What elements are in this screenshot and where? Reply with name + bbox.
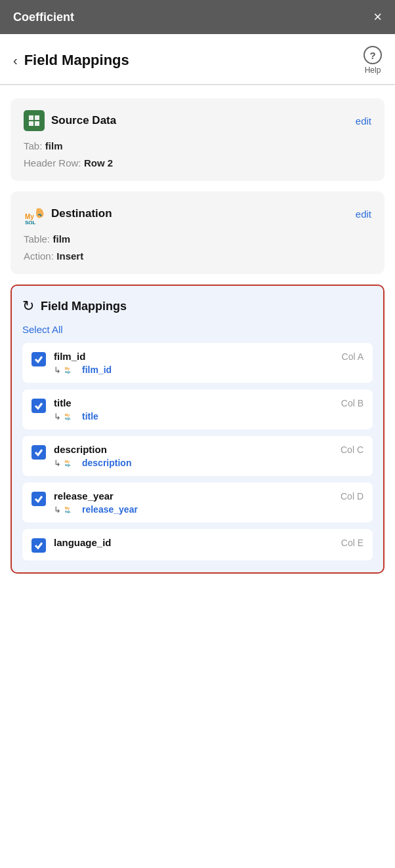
destination-card-title: Destination bbox=[51, 207, 112, 220]
checkbox-film-id[interactable] bbox=[31, 352, 46, 366]
destination-action-row: Action: Insert bbox=[24, 250, 371, 262]
destination-action-label: Action: bbox=[24, 250, 54, 262]
mapping-content-film-id: film_id Col A ↳ My SQL film_id bbox=[54, 351, 364, 375]
checkbox-language-id[interactable] bbox=[31, 538, 46, 553]
close-button[interactable]: × bbox=[373, 10, 382, 24]
source-card-title: Source Data bbox=[51, 114, 116, 127]
destination-table-row: Table: film bbox=[24, 233, 371, 245]
mapping-content-language-id: language_id Col E bbox=[54, 537, 364, 548]
destination-table-value: film bbox=[52, 233, 70, 245]
mapping-content-description: description Col C ↳ My SQL description bbox=[54, 444, 364, 468]
source-header-row: Header Row: Row 2 bbox=[24, 157, 371, 169]
field-mappings-card: ↻ Field Mappings Select All film_id Col … bbox=[10, 285, 385, 574]
field-name-release-year: release_year bbox=[54, 490, 114, 502]
svg-text:SQL: SQL bbox=[65, 510, 71, 513]
destination-action-value: Insert bbox=[56, 250, 83, 262]
mysql-icon: My SQL bbox=[24, 203, 45, 224]
arrow-icon: ↳ bbox=[54, 412, 61, 422]
source-tab-row: Tab: film bbox=[24, 140, 371, 152]
app-title: Coefficient bbox=[13, 10, 74, 24]
svg-text:My: My bbox=[65, 460, 70, 464]
table-row: title Col B ↳ My SQL title bbox=[22, 389, 373, 429]
source-tab-value: film bbox=[45, 140, 63, 151]
source-icon bbox=[24, 110, 45, 131]
mapping-content-release-year: release_year Col D ↳ My SQL release_year bbox=[54, 490, 364, 515]
field-name-description: description bbox=[54, 444, 107, 455]
arrow-icon: ↳ bbox=[54, 458, 61, 468]
page-header-left: ‹ Field Mappings bbox=[13, 52, 129, 69]
svg-rect-3 bbox=[35, 121, 39, 126]
source-edit-link[interactable]: edit bbox=[356, 115, 371, 127]
table-row: description Col C ↳ My SQL description bbox=[22, 436, 373, 476]
destination-table-label: Table: bbox=[24, 233, 50, 245]
help-button[interactable]: ? Help bbox=[364, 46, 382, 75]
destination-card: My SQL Destination edit Table: film Acti… bbox=[10, 191, 385, 274]
svg-text:My: My bbox=[65, 413, 70, 417]
mysql-dest-icon: My SQL bbox=[65, 505, 78, 514]
svg-rect-1 bbox=[35, 115, 39, 120]
field-mappings-title: Field Mappings bbox=[41, 300, 127, 313]
destination-edit-link[interactable]: edit bbox=[356, 208, 371, 220]
svg-text:My: My bbox=[65, 506, 70, 510]
svg-text:SQL: SQL bbox=[25, 220, 36, 224]
field-mappings-header: ↻ Field Mappings bbox=[22, 298, 373, 315]
sync-icon: ↻ bbox=[22, 298, 34, 315]
checkbox-release-year[interactable] bbox=[31, 492, 46, 506]
source-card-header: Source Data edit bbox=[24, 110, 371, 131]
svg-text:SQL: SQL bbox=[65, 417, 71, 420]
mysql-dest-icon: My SQL bbox=[65, 412, 78, 421]
help-icon: ? bbox=[364, 46, 382, 64]
mysql-dest-icon: My SQL bbox=[65, 458, 78, 467]
checkbox-title[interactable] bbox=[31, 399, 46, 413]
dest-name-description: description bbox=[82, 458, 131, 468]
svg-text:SQL: SQL bbox=[65, 370, 71, 374]
field-name-film-id: film_id bbox=[54, 351, 85, 362]
svg-rect-2 bbox=[29, 121, 33, 126]
back-button[interactable]: ‹ bbox=[13, 53, 18, 68]
help-label: Help bbox=[365, 66, 381, 75]
table-row: release_year Col D ↳ My SQL release_year bbox=[22, 483, 373, 523]
source-card-header-left: Source Data bbox=[24, 110, 116, 131]
page-header: ‹ Field Mappings ? Help bbox=[0, 34, 395, 84]
app-header: Coefficient × bbox=[0, 0, 395, 34]
col-language-id: Col E bbox=[341, 538, 364, 548]
source-header-row-value: Row 2 bbox=[84, 157, 113, 168]
field-name-language-id: language_id bbox=[54, 537, 112, 548]
source-header-row-label: Header Row: bbox=[24, 157, 81, 168]
field-name-title: title bbox=[54, 397, 72, 408]
svg-rect-0 bbox=[29, 115, 33, 120]
table-row: film_id Col A ↳ My SQL film_id bbox=[22, 343, 373, 383]
svg-text:My: My bbox=[65, 366, 70, 370]
dest-name-film-id: film_id bbox=[82, 365, 112, 375]
select-all-button[interactable]: Select All bbox=[22, 324, 63, 335]
arrow-icon: ↳ bbox=[54, 365, 61, 375]
arrow-icon: ↳ bbox=[54, 505, 61, 515]
checkbox-description[interactable] bbox=[31, 445, 46, 460]
source-data-card: Source Data edit Tab: film Header Row: R… bbox=[10, 98, 385, 181]
svg-text:SQL: SQL bbox=[65, 464, 71, 467]
destination-card-header: My SQL Destination edit bbox=[24, 203, 371, 224]
dest-name-release-year: release_year bbox=[82, 504, 138, 515]
col-release-year: Col D bbox=[341, 491, 364, 502]
content-area: Source Data edit Tab: film Header Row: R… bbox=[0, 85, 395, 587]
page-title: Field Mappings bbox=[24, 52, 129, 69]
col-film-id: Col A bbox=[342, 351, 364, 362]
dest-name-title: title bbox=[82, 411, 98, 422]
mysql-dest-icon: My SQL bbox=[65, 365, 78, 374]
source-tab-label: Tab: bbox=[24, 140, 42, 151]
table-row: language_id Col E bbox=[22, 529, 373, 561]
destination-card-header-left: My SQL Destination bbox=[24, 203, 112, 224]
col-title: Col B bbox=[341, 398, 364, 408]
mapping-content-title: title Col B ↳ My SQL title bbox=[54, 397, 364, 422]
col-description: Col C bbox=[341, 444, 364, 455]
